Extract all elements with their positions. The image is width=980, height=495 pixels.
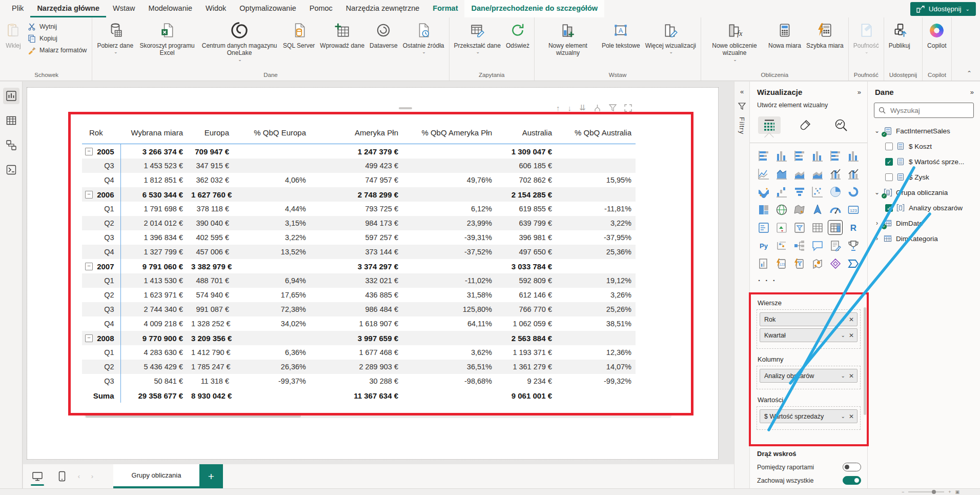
wprowad-dane-button[interactable]: Wprowadź dane — [317, 17, 367, 49]
field-chip-kwarta[interactable]: Kwartał⌄✕ — [760, 328, 858, 342]
drill-down-icon[interactable]: ↓ — [568, 104, 572, 112]
report-canvas[interactable]: ↑↓⇊ RokWybrana miaraEuropa% QbQ EuropaAm… — [23, 82, 734, 488]
next-page-icon[interactable]: › — [86, 464, 99, 488]
well-warto-ci[interactable]: $ Wartość sprzedaży⌄✕ — [757, 406, 861, 430]
ribbon-tab-optymalizowanie[interactable]: Optymalizowanie — [233, 0, 302, 17]
collapse-row-icon[interactable]: − — [85, 334, 93, 342]
gauge-icon[interactable] — [829, 203, 842, 216]
publikuj-button[interactable]: Publikuj — [886, 17, 913, 49]
field-chip-analizy-obszar-w[interactable]: Analizy obszarów⌄✕ — [760, 369, 858, 383]
tree-item-dimkategoria[interactable]: ›DimKategoria — [868, 231, 980, 246]
kopiuj-button[interactable]: Kopiuj — [28, 34, 87, 43]
r-script-icon[interactable]: R — [847, 221, 860, 234]
nowa-miara-button[interactable]: Nowa miara — [766, 17, 804, 49]
line-clustered-column-chart-icon[interactable] — [847, 167, 860, 180]
data-search-box[interactable] — [874, 103, 974, 118]
stacked-bar-chart-icon[interactable] — [758, 149, 770, 162]
qa-icon[interactable] — [811, 239, 824, 252]
line-chart-icon[interactable] — [758, 167, 770, 180]
fit-to-page-icon[interactable]: ▣ — [955, 489, 959, 495]
matrix-col-header-rok[interactable]: Rok — [82, 122, 120, 144]
table-icon[interactable] — [811, 221, 824, 234]
desktop-view-icon[interactable] — [27, 464, 48, 488]
collapse-ribbon-icon[interactable]: ⌃ — [967, 70, 972, 77]
collapse-visualizations-icon[interactable]: » — [858, 88, 861, 96]
collapse-data-panel-icon[interactable]: » — [970, 88, 974, 96]
zoom-out-icon[interactable]: − — [902, 489, 904, 495]
report-view-icon[interactable] — [3, 88, 19, 104]
treemap-icon[interactable] — [758, 203, 770, 216]
matrix-row-label[interactable]: −2005 — [82, 144, 120, 159]
tree-item-zysk[interactable]: $ Zysk — [868, 169, 980, 185]
scatter-chart-icon[interactable] — [811, 185, 824, 198]
area-chart-icon[interactable] — [775, 167, 788, 180]
dot-plot-icon[interactable] — [775, 239, 788, 252]
share-button[interactable]: Udostępnij ⌄ — [910, 2, 976, 16]
matrix-col-header-qbq-australia[interactable]: % QbQ Australia — [556, 122, 636, 144]
toggle-pomi-dzy-raportami[interactable] — [843, 463, 861, 471]
matrix-col-header-qbq-europa[interactable]: % QbQ Europa — [233, 122, 310, 144]
tree-item-factinternetsales[interactable]: ⌄✓FactInternetSales — [868, 123, 980, 138]
metrics-icon[interactable] — [847, 239, 860, 252]
field-chip-warto-sprzeda-y[interactable]: $ Wartość sprzedaży⌄✕ — [760, 409, 858, 423]
copilot-button[interactable]: Copilot — [925, 17, 949, 49]
filters-strip-label[interactable]: Filtry — [738, 117, 746, 134]
ribbon-tab-dane-przechodzenie-do-szczeg-w[interactable]: Dane/przechodzenie do szczegółów — [464, 0, 604, 17]
ribbon-chart-icon[interactable] — [758, 185, 770, 198]
well-kolumny[interactable]: Analizy obszarów⌄✕ — [757, 366, 861, 389]
model-view-icon[interactable] — [3, 137, 19, 153]
100-stacked-column-chart-icon[interactable] — [847, 149, 860, 162]
drill-mode-icon[interactable] — [594, 104, 601, 112]
tree-item-grupa-obliczania[interactable]: ⌄✓Grupa obliczania — [868, 185, 980, 200]
kpi-icon[interactable] — [775, 221, 788, 234]
collapse-row-icon[interactable]: − — [85, 263, 93, 270]
python-icon[interactable]: Py — [758, 239, 770, 252]
search-input[interactable] — [889, 106, 969, 115]
nowe-obliczenie-wizualne-button[interactable]: fxNowe obliczenie wizualne⌄ — [703, 17, 766, 63]
matrix-col-header-qbq-ameryka-p-n[interactable]: % QbQ Ameryka Płn — [402, 122, 496, 144]
azure-map-icon[interactable] — [811, 203, 824, 216]
map-icon[interactable] — [775, 203, 788, 216]
pie-chart-icon[interactable] — [829, 185, 842, 198]
nowy-element-wizualny-button[interactable]: Nowy element wizualny — [537, 17, 599, 57]
power-apps-icon[interactable]: 123 — [775, 257, 788, 270]
well-wiersze[interactable]: Rok⌄✕Kwartał⌄✕ — [757, 309, 861, 349]
matrix-row-label[interactable]: −2007 — [82, 259, 120, 273]
mobile-view-icon[interactable] — [52, 464, 72, 488]
clustered-bar-chart-icon[interactable] — [793, 149, 806, 162]
pobierz-dane-button[interactable]: Pobierz dane⌄ — [94, 17, 136, 55]
chevron-down-icon[interactable]: ⌄ — [841, 316, 845, 322]
poufno-button[interactable]: Poufność⌄ — [851, 17, 882, 55]
tree-item-dimdate[interactable]: ›✓DimDate — [868, 215, 980, 231]
checkbox-warto-sprze[interactable]: ✓ — [885, 158, 893, 166]
checkbox-koszt[interactable] — [885, 143, 893, 150]
collapse-row-icon[interactable]: − — [85, 148, 93, 155]
drill-up-icon[interactable]: ↑ — [556, 104, 560, 112]
line-stacked-column-chart-icon[interactable] — [829, 167, 842, 180]
matrix-visual[interactable]: RokWybrana miaraEuropa% QbQ EuropaAmeryk… — [82, 122, 636, 403]
prev-page-icon[interactable]: ‹ — [72, 464, 86, 488]
expand-all-icon[interactable]: ⇊ — [579, 103, 586, 112]
filter-icon[interactable] — [609, 104, 617, 111]
pole-tekstowe-button[interactable]: APole tekstowe — [599, 17, 643, 49]
arcgis-map-icon[interactable] — [811, 257, 824, 270]
chevron-right-icon[interactable]: › — [874, 235, 880, 242]
more-visuals-ellipsis[interactable]: . . . — [750, 270, 867, 283]
dax-query-view-icon[interactable] — [3, 162, 19, 178]
remove-field-icon[interactable]: ✕ — [849, 316, 854, 323]
collapse-row-icon[interactable]: − — [85, 191, 93, 199]
tree-item-warto-sprze[interactable]: ✓$ Wartość sprze... — [868, 154, 980, 169]
focus-mode-icon[interactable] — [624, 104, 632, 112]
smart-narrative-icon[interactable] — [829, 239, 842, 252]
przekszta-dane-button[interactable]: Przekształć dane⌄ — [452, 17, 503, 55]
ribbon-tab-format[interactable]: Format — [426, 0, 464, 17]
stacked-column-chart-icon[interactable] — [775, 149, 788, 162]
analytics-tab[interactable] — [830, 116, 852, 134]
remove-field-icon[interactable]: ✕ — [849, 413, 854, 420]
chevron-right-icon[interactable]: › — [874, 220, 880, 227]
matrix-col-header-australia[interactable]: Australia — [496, 122, 556, 144]
chevron-down-icon[interactable]: ⌄ — [841, 413, 845, 419]
ribbon-tab-narz-dzia-zewn-trzne[interactable]: Narzędzia zewnętrzne — [339, 0, 426, 17]
matrix-col-header-wybrana-miara[interactable]: Wybrana miara — [120, 122, 187, 144]
page-tab-grupy-obliczania[interactable]: Grupy obliczania — [113, 464, 199, 488]
